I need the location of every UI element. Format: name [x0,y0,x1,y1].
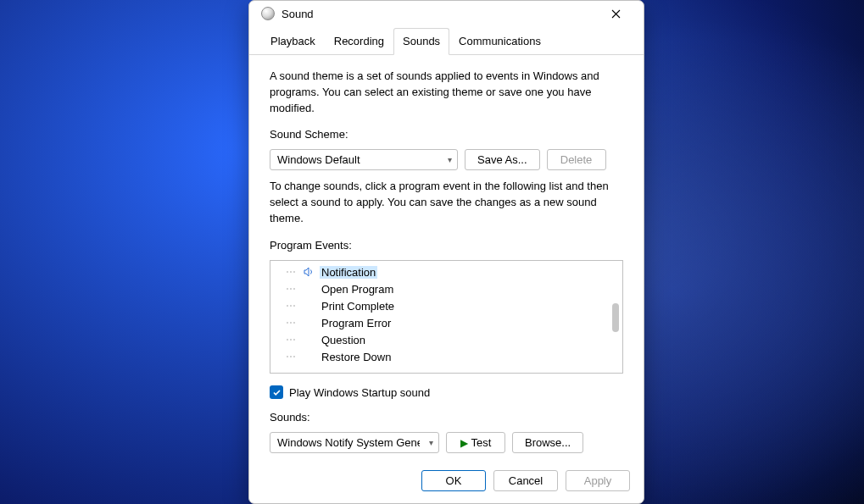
dialog-footer: OK Cancel Apply [249,462,644,503]
play-icon: ▶ [460,437,468,449]
tab-sounds[interactable]: Sounds [393,28,449,55]
event-item-notification[interactable]: ⋯ Notification [282,263,622,280]
tree-connector: ⋯ [286,301,298,311]
tab-recording[interactable]: Recording [325,28,393,55]
event-label: Notification [320,266,377,279]
tree-connector: ⋯ [286,352,298,362]
titlebar: Sound [249,1,644,27]
tab-strip: Playback Recording Sounds Communications [249,27,644,55]
startup-sound-label: Play Windows Startup sound [289,386,430,399]
event-item[interactable]: ⋯ Open Program [282,280,622,297]
save-as-button[interactable]: Save As... [465,149,540,170]
test-label: Test [471,436,492,449]
scrollbar-thumb[interactable] [612,303,619,332]
sound-dialog: Sound Playback Recording Sounds Communic… [248,0,644,504]
sounds-row: Windows Notify System Generic.wav ▾ ▶ Te… [270,432,623,453]
change-sounds-description: To change sounds, click a program event … [270,179,623,227]
close-button[interactable] [597,1,635,26]
scheme-value: Windows Default [277,153,360,166]
program-events-list[interactable]: ⋯ Notification ⋯ Open Program ⋯ Print Co… [270,260,623,374]
event-label: Question [320,334,367,346]
event-item[interactable]: ⋯ Question [282,331,622,348]
delete-button: Delete [547,149,606,170]
event-item[interactable]: ⋯ Program Error [282,314,622,331]
event-label: Program Error [320,317,393,330]
cancel-button[interactable]: Cancel [493,470,558,491]
chevron-down-icon: ▾ [429,438,433,447]
test-button[interactable]: ▶ Test [446,432,505,453]
scheme-dropdown[interactable]: Windows Default ▾ [270,149,458,170]
tree-connector: ⋯ [286,284,298,294]
sound-file-value: Windows Notify System Generic.wav [277,436,420,449]
tree-connector: ⋯ [286,335,298,345]
sound-file-dropdown[interactable]: Windows Notify System Generic.wav ▾ [270,432,439,453]
startup-sound-checkbox-row[interactable]: Play Windows Startup sound [270,385,623,399]
tab-playback[interactable]: Playback [261,28,325,55]
checkbox-checked-icon [270,385,283,399]
tree-connector: ⋯ [286,318,298,328]
chevron-down-icon: ▾ [448,155,452,164]
sound-sysicon [261,7,275,20]
scheme-row: Windows Default ▾ Save As... Delete [270,149,623,170]
apply-button: Apply [566,470,630,491]
event-label: Restore Down [320,351,393,363]
ok-button[interactable]: OK [421,470,486,491]
event-label: Open Program [320,283,395,296]
event-label: Print Complete [320,300,396,313]
speaker-icon [303,267,315,277]
close-icon [611,9,621,19]
tree-connector: ⋯ [286,267,298,277]
sounds-label: Sounds: [270,411,623,424]
window-title: Sound [281,8,597,20]
browse-button[interactable]: Browse... [512,432,583,453]
tab-content: A sound theme is a set of sounds applied… [249,55,644,462]
event-item[interactable]: ⋯ Restore Down [282,348,622,365]
tab-communications[interactable]: Communications [449,28,550,55]
theme-description: A sound theme is a set of sounds applied… [270,69,623,117]
scheme-label: Sound Scheme: [270,128,623,141]
program-events-label: Program Events: [270,239,623,252]
event-item[interactable]: ⋯ Print Complete [282,297,622,314]
